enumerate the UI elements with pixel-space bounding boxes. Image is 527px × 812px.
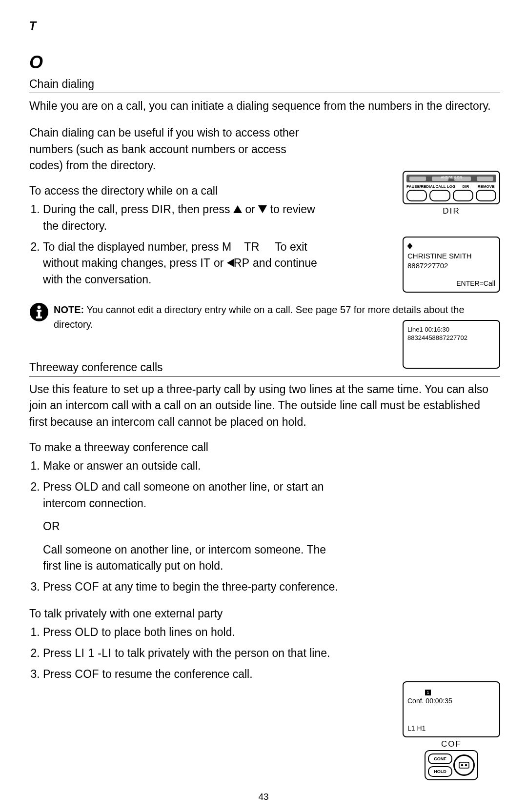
- chain-p2: Chain dialing can be useful if you wish …: [29, 125, 312, 174]
- tape-icon: [453, 754, 475, 776]
- conf-step-2: Press OLD and call someone on another li…: [43, 479, 500, 574]
- chain-p1: While you are on a call, you can initiat…: [29, 98, 500, 114]
- hold-button-icon: HOLD: [428, 766, 452, 777]
- page-number: 43: [0, 792, 527, 802]
- heading-talk-privately: To talk privately with one external part…: [29, 607, 500, 620]
- svg-rect-3: [38, 310, 41, 317]
- svg-point-7: [465, 764, 467, 767]
- figure-dir-caption: DIR: [403, 206, 500, 216]
- figure-lcd-directory: CHRISTINE SMITH 8887227702 ENTER=Call: [403, 237, 500, 293]
- cof-device-illustration: CONF HOLD: [425, 750, 478, 780]
- figure-conference: 1 Conf. 00:00:35 L1 H1 COF CONF HOLD: [403, 681, 500, 780]
- key-dir: DIR: [151, 203, 171, 216]
- figure-cof-caption: COF: [403, 739, 500, 749]
- keypad-illustration: ANSWER ON PAUSE/REDIAL CALL LOG DIR REMO…: [403, 171, 500, 204]
- updown-icon: [407, 243, 412, 249]
- priv-step-2: Press LI 1 -LI to talk privately with th…: [43, 645, 500, 661]
- line-indicator-icon: 1: [425, 690, 431, 695]
- priv-step-1: Press OLD to place both lines on hold.: [43, 624, 500, 640]
- key-cof: COF: [75, 580, 99, 593]
- svg-rect-4: [36, 317, 42, 318]
- page-category-letter-o: O: [29, 52, 500, 73]
- svg-point-1: [38, 306, 41, 309]
- down-arrow-icon: [258, 205, 267, 213]
- svg-point-6: [461, 764, 464, 767]
- private-steps: Press OLD to place both lines on hold. P…: [29, 624, 500, 683]
- chain-step-1: During the call, press DIR, then press o…: [43, 201, 326, 234]
- key-rp: RP: [234, 257, 250, 269]
- heading-chain-dialing: Chain dialing: [29, 78, 500, 93]
- key-tr: TR: [244, 240, 260, 253]
- priv-step-3: Press COF to resume the conference call.: [43, 666, 500, 682]
- key-li: LI 1 -LI: [75, 647, 115, 659]
- page-category-letter-t: T: [29, 20, 500, 33]
- left-arrow-icon: [227, 259, 234, 267]
- key-it: IT: [200, 257, 210, 269]
- info-icon: [29, 302, 49, 332]
- chain-steps: During the call, press DIR, then press o…: [29, 201, 326, 288]
- heading-make-conference: To make a threeway conference call: [29, 441, 500, 454]
- up-arrow-icon: [233, 205, 242, 213]
- figure-lcd-line: Line1 00:16:30 88324458887227702: [403, 320, 500, 369]
- svg-rect-5: [459, 762, 469, 768]
- conf-button-icon: CONF: [428, 753, 452, 764]
- key-old-2: OLD: [75, 626, 99, 638]
- conf-p1: Use this feature to set up a three-party…: [29, 381, 500, 430]
- manual-page: T O Chain dialing While you are on a cal…: [0, 0, 527, 812]
- key-old: OLD: [75, 480, 99, 493]
- chain-step-2: To dial the displayed number, press M TR…: [43, 239, 326, 288]
- conf-step-3: Press COF at any time to begin the three…: [43, 579, 500, 595]
- conf-step-1: Make or answer an outside call.: [43, 458, 500, 474]
- key-cof-2: COF: [75, 668, 99, 680]
- conference-steps: Make or answer an outside call. Press OL…: [29, 458, 500, 595]
- figure-dir-keypad: ANSWER ON PAUSE/REDIAL CALL LOG DIR REMO…: [403, 171, 500, 216]
- or-separator: OR: [43, 518, 500, 535]
- key-m: M: [222, 240, 232, 253]
